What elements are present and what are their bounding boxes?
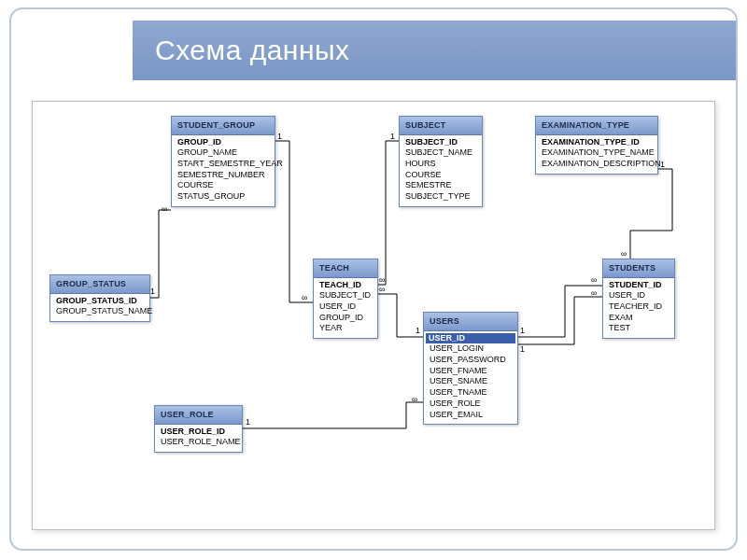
cardinality-one: 1 (520, 326, 525, 335)
table-header: USERS (424, 313, 517, 331)
table-user-role[interactable]: USER_ROLE USER_ROLE_ID USER_ROLE_NAME (154, 405, 243, 453)
table-fields: TEACH_ID SUBJECT_ID USER_ID GROUP_ID YEA… (314, 278, 377, 338)
cardinality-many: ∞ (162, 204, 167, 214)
table-header: USER_ROLE (155, 406, 242, 425)
slide-title: Схема данных (155, 35, 350, 66)
table-fields: SUBJECT_ID SUBJECT_NAME HOURS COURSE SEM… (400, 135, 482, 206)
table-header: SUBJECT (400, 117, 482, 135)
cardinality-many: ∞ (621, 249, 627, 259)
table-users[interactable]: USERS USER_ID USER_LOGIN USER_PASSWORD U… (423, 312, 518, 425)
table-fields: EXAMINATION_TYPE_ID EXAMINATION_TYPE_NAM… (536, 135, 657, 174)
slide-title-bar: Схема данных (133, 21, 736, 80)
table-fields: STUDENT_ID USER_ID TEACHER_ID EXAM TEST (603, 278, 674, 338)
table-header: GROUP_STATUS (50, 275, 149, 294)
cardinality-many: ∞ (591, 288, 597, 298)
table-student-group[interactable]: STUDENT_GROUP GROUP_ID GROUP_NAME START_… (171, 116, 275, 207)
cardinality-many: ∞ (379, 285, 385, 294)
cardinality-one: 1 (246, 417, 250, 427)
cardinality-many: ∞ (591, 275, 597, 285)
slide-frame: Схема данных 1 ∞ 1 ∞ 1 ∞ 1 ∞ (9, 7, 738, 551)
cardinality-one: 1 (150, 287, 155, 296)
table-header: EXAMINATION_TYPE (536, 117, 657, 135)
table-fields: USER_ID USER_LOGIN USER_PASSWORD USER_FN… (424, 331, 517, 425)
cardinality-one: 1 (520, 344, 525, 354)
table-fields: GROUP_STATUS_ID GROUP_STATUS_NAME (50, 294, 149, 321)
table-fields: USER_ROLE_ID USER_ROLE_NAME (155, 425, 242, 452)
selected-field[interactable]: USER_ID (426, 333, 515, 344)
cardinality-many: ∞ (379, 275, 385, 285)
table-teach[interactable]: TEACH TEACH_ID SUBJECT_ID USER_ID GROUP_… (313, 259, 378, 339)
cardinality-one: 1 (416, 326, 420, 335)
cardinality-many: ∞ (302, 293, 307, 302)
relationships-canvas[interactable]: 1 ∞ 1 ∞ 1 ∞ 1 ∞ 1 ∞ 1 ∞ 1 ∞ 1 ∞ STUDENT_… (32, 101, 715, 530)
cardinality-many: ∞ (412, 395, 417, 404)
cardinality-one: 1 (277, 132, 282, 141)
table-group-status[interactable]: GROUP_STATUS GROUP_STATUS_ID GROUP_STATU… (49, 274, 150, 322)
table-header: STUDENT_GROUP (172, 117, 275, 135)
table-examination-type[interactable]: EXAMINATION_TYPE EXAMINATION_TYPE_ID EXA… (535, 116, 658, 175)
cardinality-one: 1 (390, 132, 395, 141)
table-header: TEACH (314, 259, 377, 278)
table-fields: GROUP_ID GROUP_NAME START_SEMESTRE_YEAR … (172, 135, 275, 206)
table-header: STUDENTS (603, 259, 674, 278)
table-students[interactable]: STUDENTS STUDENT_ID USER_ID TEACHER_ID E… (602, 259, 675, 339)
table-subject[interactable]: SUBJECT SUBJECT_ID SUBJECT_NAME HOURS CO… (399, 116, 483, 207)
